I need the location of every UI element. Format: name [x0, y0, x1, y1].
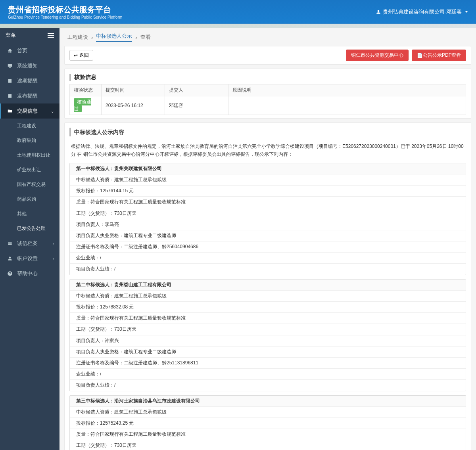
calendar-icon [7, 93, 13, 99]
back-button[interactable]: ↩返回 [69, 50, 93, 61]
pdf-view-button[interactable]: 📄 公告公示PDF查看 [412, 50, 466, 61]
crumb-a[interactable]: 工程建设 [67, 34, 88, 41]
menu-label: 菜单 [6, 32, 16, 39]
col-time: 提交时间 [102, 84, 165, 96]
sidebar-item[interactable]: 帮助中心 [0, 266, 60, 281]
caret-down-icon [465, 11, 468, 13]
help-icon [7, 270, 13, 277]
candidate-header: 第三中标候选人：沿河土家族自治县乌江市政建设有限公司 [70, 396, 466, 407]
candidate-field: 项目负责人：李马亮 [70, 219, 466, 230]
sidebar-sub-item[interactable]: 工程建设 [0, 119, 60, 133]
sidebar-item[interactable]: 帐户设置› [0, 251, 60, 266]
hamburger-icon[interactable] [48, 33, 54, 38]
sidebar-item-label: 帮助中心 [17, 270, 38, 277]
col-status: 核验状态 [70, 84, 102, 96]
sidebar-item-label: 发布提醒 [17, 92, 38, 100]
candidate-field: 项目负责人执业资格：建筑工程专业二级建造师 [70, 230, 466, 241]
candidate-block: 第一中标候选人：贵州关联建筑有限公司中标候选人资质：建筑工程施工总承包贰级投标报… [69, 163, 466, 275]
col-reason: 原因说明 [228, 84, 466, 96]
announcement-intro: 根据法律、法规、规章和招标文件的规定，沿河土家族自治县教育局的沿河自治县第六完全… [69, 140, 466, 161]
candidate-field: 质量：符合国家现行有关工程施工质量验收规范标准 [70, 313, 466, 324]
cell-person: 邓廷容 [165, 96, 228, 115]
platform-title: 贵州省招标投标公共服务平台 [8, 4, 122, 15]
candidate-field: 项目负责人业绩：/ [70, 264, 466, 274]
user-icon [7, 255, 13, 262]
breadcrumb: 工程建设 › 中标候选人公示 › 查看 [64, 31, 471, 46]
sidebar-sub-item[interactable]: 政府采购 [0, 133, 60, 148]
sidebar-item[interactable]: 首页 [0, 43, 60, 58]
back-arrow-icon: ↩ [74, 53, 78, 58]
candidate-field: 项目负责人执业资格：建筑工程专业二级建造师 [70, 347, 466, 358]
candidate-field: 中标候选人资质：建筑工程施工总承包贰级 [70, 407, 466, 418]
sidebar-item-label: 系统通知 [17, 62, 38, 69]
cell-time: 2023-05-26 16:12 [102, 96, 165, 115]
sidebar-sub-item[interactable]: 已发公告处理 [0, 221, 60, 236]
candidate-field: 企业业绩：/ [70, 369, 466, 380]
sidebar-item-label: 诚信档案 [17, 240, 38, 247]
candidate-field: 工期（交货期）：730日历天 [70, 440, 466, 450]
pdf-icon: 📄 [417, 53, 423, 58]
candidate-field: 注册证书名称及编号：二级注册建造师、黔256040904686 [70, 241, 466, 253]
platform-subtitle: GuiZhou Province Tendering and Bidding P… [8, 15, 122, 19]
candidate-field: 投标报价：12578832.08 元 [70, 302, 466, 313]
candidate-field: 中标候选人资质：建筑工程施工总承包贰级 [70, 174, 466, 186]
chevron-icon: ⌄ [51, 109, 54, 113]
list-icon [7, 240, 13, 247]
center-button[interactable]: 铜仁市公共资源交易中心 [346, 50, 409, 61]
sidebar-item[interactable]: 系统通知 [0, 58, 60, 73]
folder-icon [7, 108, 13, 114]
candidate-field: 项目负责人业绩：/ [70, 380, 466, 391]
candidate-field: 投标报价：12576144.15 元 [70, 186, 466, 197]
monitor-icon [7, 63, 13, 69]
announcement-section-title: 中标候选人公示内容 [69, 128, 466, 136]
sidebar-sub-item[interactable]: 国有产权交易 [0, 177, 60, 192]
sidebar-item[interactable]: 交易信息⌄ [0, 103, 60, 119]
candidate-field: 投标报价：12575243.25 元 [70, 418, 466, 429]
sidebar-sub-item[interactable]: 土地使用权出让 [0, 148, 60, 163]
home-icon [7, 48, 13, 54]
col-person: 提交人 [165, 84, 228, 96]
sidebar-item-label: 逾期提醒 [17, 77, 38, 84]
chevron-icon: › [53, 257, 54, 261]
candidate-field: 质量：符合国家现行有关工程施工质量验收规范标准 [70, 197, 466, 208]
calendar-icon [7, 78, 13, 84]
status-badge: 核验通过 [74, 98, 91, 112]
chevron-icon: › [53, 241, 54, 246]
sidebar-sub-item[interactable]: 药品采购 [0, 192, 60, 207]
crumb-b[interactable]: 中标候选人公示 [96, 33, 132, 42]
sidebar-sub-item[interactable]: 其他 [0, 207, 60, 221]
sidebar-item[interactable]: 逾期提醒 [0, 73, 60, 88]
sidebar-item-label: 交易信息 [17, 107, 38, 115]
user-label: 贵州弘典建设咨询有限公司-邓廷容 [383, 8, 462, 15]
candidate-field: 工期（交货期）：730日历天 [70, 208, 466, 219]
user-menu[interactable]: 贵州弘典建设咨询有限公司-邓廷容 [376, 8, 468, 15]
candidate-header: 第一中标候选人：贵州关联建筑有限公司 [70, 163, 466, 174]
candidate-block: 第三中标候选人：沿河土家族自治县乌江市政建设有限公司中标候选人资质：建筑工程施工… [69, 395, 466, 450]
table-row: 核验通过 2023-05-26 16:12 邓廷容 [70, 96, 466, 115]
user-icon [376, 9, 381, 15]
candidate-header: 第二中标候选人：贵州娄山建工工程有限公司 [70, 280, 466, 291]
sidebar-item[interactable]: 发布提醒 [0, 88, 60, 103]
verify-table: 核验状态 提交时间 提交人 原因说明 核验通过 2023-05-26 16:12… [69, 84, 466, 115]
candidate-field: 工期（交货期）：730日历天 [70, 324, 466, 335]
candidate-field: 注册证书名称及编号：二级注册建造师、黔251131896811 [70, 358, 466, 369]
sidebar-sub-item[interactable]: 矿业权出让 [0, 163, 60, 177]
candidate-field: 项目负责人：许家兴 [70, 335, 466, 347]
sidebar-item[interactable]: 诚信档案› [0, 236, 60, 251]
sidebar-item-label: 帐户设置 [17, 255, 38, 262]
sidebar-item-label: 首页 [17, 47, 27, 54]
candidate-block: 第二中标候选人：贵州娄山建工工程有限公司中标候选人资质：建筑工程施工总承包贰级投… [69, 279, 466, 391]
candidate-field: 企业业绩：/ [70, 253, 466, 264]
crumb-c[interactable]: 查看 [140, 34, 151, 41]
cell-reason [228, 96, 466, 115]
candidate-field: 中标候选人资质：建筑工程施工总承包贰级 [70, 291, 466, 302]
verify-section-title: 核验信息 [69, 74, 466, 81]
candidate-field: 质量：符合国家现行有关工程施工质量验收规范标准 [70, 429, 466, 440]
